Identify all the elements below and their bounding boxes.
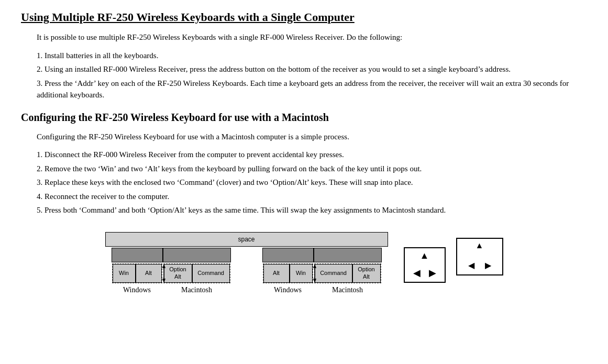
arrow-box-container: ▲ ◀ ▶: [456, 238, 503, 275]
step-1-2: 2. Using an installed RF-000 Wireless Re…: [37, 63, 587, 75]
section2-steps: 1. Disconnect the RF-000 Wireless Receiv…: [37, 149, 587, 216]
section1-steps: 1. Install batteries in all the keyboard…: [37, 50, 587, 101]
step-2-1: 1. Disconnect the RF-000 Wireless Receiv…: [37, 149, 587, 161]
arrow-up-icon: ▲: [476, 241, 484, 250]
keyboard-diagram: spaceWinAltOption AltCommandWindowsMacin…: [21, 232, 587, 294]
svg-marker-2: [162, 264, 165, 268]
svg-marker-5: [313, 264, 316, 268]
arrow-keys-box: ▲ ◀ ▶: [456, 238, 503, 275]
step-2-2: 2. Remove the two ‘Win’ and two ‘Alt’ ke…: [37, 163, 587, 175]
step-1-3: 3. Press the ‘Addr’ key on each of the R…: [37, 78, 587, 101]
section1-intro: It is possible to use multiple RF-250 Wi…: [37, 31, 587, 43]
arrow-left-icon: ◀: [468, 260, 474, 270]
diagram-content: spaceWinAltOption AltCommandWindowsMacin…: [105, 232, 446, 294]
step-2-3: 3. Replace these keys with the enclosed …: [37, 177, 587, 189]
step-1-1: 1. Install batteries in all the keyboard…: [37, 50, 587, 62]
svg-marker-1: [162, 279, 165, 283]
arrow-keys: ▲◀▶: [404, 247, 446, 283]
step-2-4: 4. Reconnect the receiver to the compute…: [37, 191, 587, 203]
svg-marker-4: [313, 279, 316, 283]
section2-title: Configuring the RF-250 Wireless Keyboard…: [21, 112, 587, 124]
step-2-5: 5. Press both ‘Command’ and both ‘Option…: [37, 204, 587, 216]
arrow-lr-container: ◀ ▶: [468, 260, 491, 270]
page-title: Using Multiple RF-250 Wireless Keyboards…: [21, 10, 587, 24]
section2-intro: Configuring the RF-250 Wireless Keyboard…: [37, 131, 587, 143]
arrow-right-icon: ▶: [485, 260, 491, 270]
